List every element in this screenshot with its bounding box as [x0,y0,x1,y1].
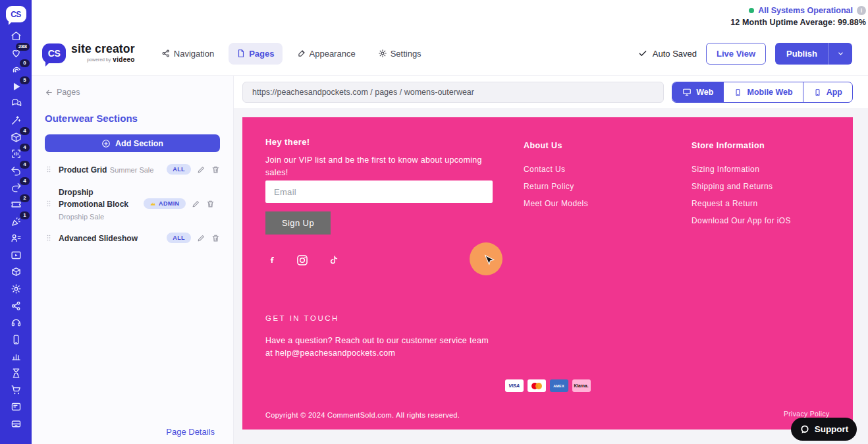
sidebar-item-scan[interactable]: 4 [8,148,24,159]
sidebar-item-package[interactable]: 4 [8,132,24,143]
edit-section-icon[interactable] [197,234,205,242]
sidebar-item-broadcast[interactable]: 0 [8,64,24,75]
sidebar-item-drawer[interactable] [8,418,24,430]
footer-link-return-policy[interactable]: Return Policy [524,182,588,191]
facebook-icon[interactable] [269,253,277,267]
broadcast-icon [11,64,22,75]
footer-link-sizing-information[interactable]: Sizing Information [692,165,791,174]
copyright-text: Copyright © 2024 CommentSold.com. All ri… [265,411,460,419]
bar-chart-icon [11,350,22,362]
sidebar-item-bar-chart[interactable] [8,350,24,362]
sidebar-count-badge: 4 [20,177,30,185]
cube-icon [11,266,22,277]
gear-icon [11,283,22,294]
publish-dropdown-button[interactable] [828,43,852,65]
privacy-policy-link[interactable]: Privacy Policy [784,410,830,418]
back-label: Pages [57,88,80,97]
sidebar-item-video-player[interactable] [8,250,24,261]
delete-section-icon[interactable] [211,165,220,174]
section-title: Advanced Slideshow [59,234,138,243]
site-footer-preview: Hey there! Join our VIP list and be the … [242,117,853,430]
edit-section-icon[interactable] [192,200,200,208]
chat-icon [11,97,22,109]
back-to-pages-link[interactable]: Pages [45,88,220,97]
device-toggle-app[interactable]: App [803,82,852,102]
instagram-icon[interactable] [296,254,309,267]
sidebar-item-gear[interactable] [8,283,24,294]
main-nav: Navigation Pages Appearance Settings [153,43,429,65]
drag-handle-icon[interactable] [45,233,53,242]
sidebar-item-customers[interactable] [8,233,24,244]
sidebar-item-cube[interactable] [8,266,24,277]
sidebar-count-badge: 4 [20,144,30,152]
delete-section-icon[interactable] [211,234,220,242]
page-details-link[interactable]: Page Details [166,427,215,437]
drag-handle-icon[interactable] [45,199,53,208]
tab-navigation[interactable]: Navigation [153,43,222,65]
newsletter-heading: Hey there! [265,137,310,147]
system-status-link[interactable]: All Systems Operational i [730,6,866,15]
footer-link-request-a-return[interactable]: Request a Return [692,199,791,208]
brush-icon [297,49,306,58]
support-button[interactable]: Support [791,418,857,441]
tab-settings[interactable]: Settings [370,43,429,65]
live-view-button[interactable]: Live View [706,43,766,65]
tiktok-icon[interactable] [328,254,339,267]
sidebar-item-redo[interactable]: 4 [8,182,24,193]
sidebar-item-undo[interactable]: 4 [8,165,24,177]
tab-pages[interactable]: Pages [229,43,282,65]
info-icon[interactable]: i [857,6,866,15]
add-section-button[interactable]: Add Section [45,134,220,152]
page-url-input[interactable] [242,82,664,103]
get-in-touch-body: Have a question? Reach out to our custom… [265,335,493,360]
tab-label: Settings [391,49,421,59]
drag-handle-icon[interactable] [45,165,53,174]
amex-logo: AMEX [550,379,568,392]
sidebar-item-card-panel[interactable] [8,401,24,412]
footer-link-shipping-and-returns[interactable]: Shipping and Returns [692,182,791,191]
app-header: CS site creator powered by videeo Naviga… [32,32,868,76]
sidebar-item-play[interactable]: 5 [8,81,24,92]
device-toggle-web[interactable]: Web [672,82,723,102]
uptime-label: 12 Month Uptime Average: 99.88% [730,18,866,27]
tab-appearance[interactable]: Appearance [289,43,364,65]
monitor-icon [682,88,692,97]
sidebar-item-hourglass[interactable] [8,368,24,379]
section-title: Dropship Promotional Block [59,188,128,209]
device-toggle-mobile-web[interactable]: Mobile Web [723,82,802,102]
mobile-icon [734,88,742,97]
sidebar-count-badge: 4 [20,161,30,169]
edit-section-icon[interactable] [197,165,205,174]
app-sidebar: CS 28805444421 [0,0,32,444]
sidebar-item-heart[interactable]: 288 [8,47,24,59]
app-sidebar-items: 28805444421 [8,30,24,435]
footer-link-meet-our-models[interactable]: Meet Our Models [524,199,588,208]
tab-label: Navigation [174,49,214,59]
cs-logo-icon[interactable]: CS [6,6,26,22]
footer-link-contact-us[interactable]: Contact Us [524,165,588,174]
publish-button[interactable]: Publish [775,43,828,65]
mastercard-logo [528,379,546,392]
newsletter-email-input[interactable] [265,180,493,203]
videeo-brand: videeo [113,57,134,63]
sidebar-item-home[interactable] [8,30,24,42]
get-in-touch-heading: GET IN TOUCH [265,314,339,322]
sidebar-item-chat[interactable] [8,97,24,109]
delete-section-icon[interactable] [206,200,215,208]
sections-list: Product Grid Summer Sale ALL Dropship Pr… [45,163,220,244]
play-icon [11,81,22,92]
sidebar-item-cart[interactable] [8,384,24,395]
sidebar-item-headset[interactable] [8,317,24,328]
sidebar-item-mobile[interactable] [8,334,24,345]
sidebar-item-party-popper[interactable]: 1 [8,216,24,227]
newsletter-signup-button[interactable]: Sign Up [265,211,331,235]
tab-label: Appearance [310,49,356,59]
visa-logo: VISA [505,379,524,392]
sidebar-item-share[interactable] [8,300,24,312]
footer-link-download-app-ios[interactable]: Download Our App for iOS [692,216,791,225]
klarna-logo: Klarna. [572,379,591,392]
sidebar-item-magic-wand[interactable] [8,115,24,126]
sidebar-item-ticket[interactable]: 2 [8,199,24,210]
about-heading: About Us [524,141,588,150]
preview-area: Web Mobile Web App Hey there! Join our V… [234,76,868,444]
